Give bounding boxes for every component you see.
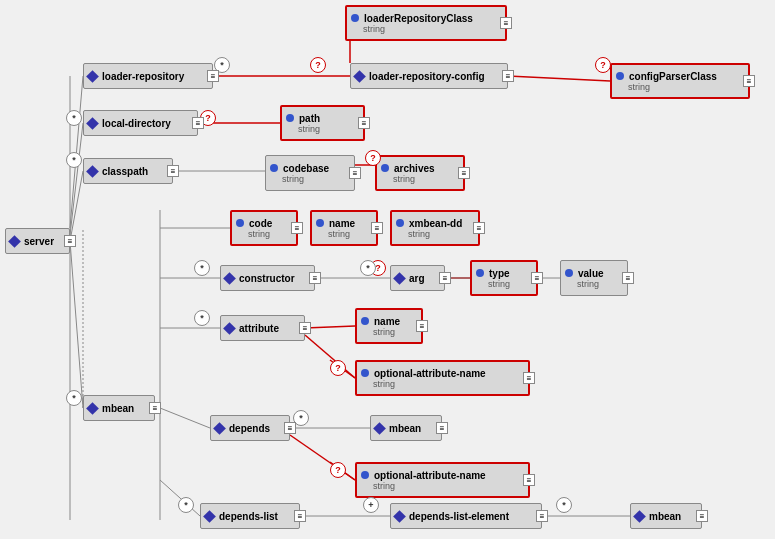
expand-button-mbean3[interactable]: ≡ [696,510,708,522]
node-label-depends: depends [215,423,270,434]
node-label-archives: archives [381,163,435,174]
expand-button-code[interactable]: ≡ [291,222,303,234]
node-optional-attribute-name[interactable]: optional-attribute-namestring≡ [355,360,530,396]
node-type-loaderRepositoryClass: string [351,24,385,34]
expand-button-archives[interactable]: ≡ [458,167,470,179]
node-label-configParserClass: configParserClass [616,71,717,82]
expand-button-mbean[interactable]: ≡ [149,402,161,414]
expand-button-arg[interactable]: ≡ [439,272,451,284]
node-arg[interactable]: arg≡ [390,265,445,291]
node-type-code: string [236,229,270,239]
badge-question-0: ? [310,57,326,73]
badge-plus-17: + [363,497,379,513]
node-mbean[interactable]: mbean≡ [83,395,155,421]
diamond-icon [86,70,99,83]
circle-icon [616,72,624,80]
node-mbean2[interactable]: mbean≡ [370,415,442,441]
node-label-type: type [476,268,510,279]
diamond-icon [86,165,99,178]
badge-asterisk-9: * [194,260,210,276]
diagram: server≡loader-repository≡loader-reposito… [0,0,775,539]
circle-icon [476,269,484,277]
node-xmbean-dd[interactable]: xmbean-ddstring≡ [390,210,480,246]
node-code[interactable]: codestring≡ [230,210,298,246]
expand-button-depends-list-element[interactable]: ≡ [536,510,548,522]
diamond-icon [86,402,99,415]
diamond-icon [203,510,216,523]
node-loader-repository-config[interactable]: loader-repository-config≡ [350,63,508,89]
expand-button-depends-list[interactable]: ≡ [294,510,306,522]
expand-button-mbean2[interactable]: ≡ [436,422,448,434]
node-path[interactable]: pathstring≡ [280,105,365,141]
expand-button-constructor[interactable]: ≡ [309,272,321,284]
expand-button-attribute[interactable]: ≡ [299,322,311,334]
node-constructor[interactable]: constructor≡ [220,265,315,291]
svg-line-6 [508,76,610,81]
node-server[interactable]: server≡ [5,228,70,254]
diamond-icon [353,70,366,83]
badge-asterisk-16: * [556,497,572,513]
diamond-icon [633,510,646,523]
expand-button-loader-repository-config[interactable]: ≡ [502,70,514,82]
node-configParserClass[interactable]: configParserClassstring≡ [610,63,750,99]
expand-button-type[interactable]: ≡ [531,272,543,284]
expand-button-depends[interactable]: ≡ [284,422,296,434]
expand-button-path[interactable]: ≡ [358,117,370,129]
node-label-server: server [10,236,54,247]
expand-button-server[interactable]: ≡ [64,235,76,247]
node-label-optional-attribute-name2: optional-attribute-name [361,470,486,481]
node-type[interactable]: typestring≡ [470,260,538,296]
node-depends-list-element[interactable]: depends-list-element≡ [390,503,542,529]
diamond-icon [86,117,99,130]
circle-icon [361,471,369,479]
node-label-value: value [565,268,604,279]
expand-button-loader-repository[interactable]: ≡ [207,70,219,82]
expand-button-optional-attribute-name2[interactable]: ≡ [523,474,535,486]
node-label-loader-repository-config: loader-repository-config [355,71,485,82]
node-label-arg: arg [395,273,425,284]
node-local-directory[interactable]: local-directory≡ [83,110,198,136]
badge-asterisk-4: * [66,152,82,168]
expand-button-optional-attribute-name[interactable]: ≡ [523,372,535,384]
node-name1[interactable]: namestring≡ [310,210,378,246]
node-type-configParserClass: string [616,82,650,92]
circle-icon [361,317,369,325]
circle-icon [381,164,389,172]
node-depends[interactable]: depends≡ [210,415,290,441]
expand-button-local-directory[interactable]: ≡ [192,117,204,129]
node-label-mbean: mbean [88,403,134,414]
node-attribute[interactable]: attribute≡ [220,315,305,341]
expand-button-loaderRepositoryClass[interactable]: ≡ [500,17,512,29]
node-type-xmbean-dd: string [396,229,430,239]
badge-question-11: ? [330,360,346,376]
node-classpath[interactable]: classpath≡ [83,158,173,184]
expand-button-value[interactable]: ≡ [622,272,634,284]
node-depends-list[interactable]: depends-list≡ [200,503,300,529]
diamond-icon [393,510,406,523]
expand-button-configParserClass[interactable]: ≡ [743,75,755,87]
diamond-icon [213,422,226,435]
node-label-depends-list: depends-list [205,511,278,522]
expand-button-name2[interactable]: ≡ [416,320,428,332]
node-codebase[interactable]: codebasestring≡ [265,155,355,191]
node-type-optional-attribute-name: string [361,379,395,389]
node-name2[interactable]: namestring≡ [355,308,423,344]
node-archives[interactable]: archivesstring≡ [375,155,465,191]
expand-button-codebase[interactable]: ≡ [349,167,361,179]
expand-button-name1[interactable]: ≡ [371,222,383,234]
node-optional-attribute-name2[interactable]: optional-attribute-namestring≡ [355,462,530,498]
node-label-local-directory: local-directory [88,118,171,129]
node-label-optional-attribute-name: optional-attribute-name [361,368,486,379]
node-value[interactable]: valuestring≡ [560,260,628,296]
expand-button-classpath[interactable]: ≡ [167,165,179,177]
node-label-name1: name [316,218,355,229]
node-loader-repository[interactable]: loader-repository≡ [83,63,213,89]
expand-button-xmbean-dd[interactable]: ≡ [473,222,485,234]
node-loaderRepositoryClass[interactable]: loaderRepositoryClassstring≡ [345,5,507,41]
circle-icon [351,14,359,22]
node-label-xmbean-dd: xmbean-dd [396,218,462,229]
node-label-attribute: attribute [225,323,279,334]
node-label-codebase: codebase [270,163,329,174]
badge-question-14: ? [330,462,346,478]
node-mbean3[interactable]: mbean≡ [630,503,702,529]
